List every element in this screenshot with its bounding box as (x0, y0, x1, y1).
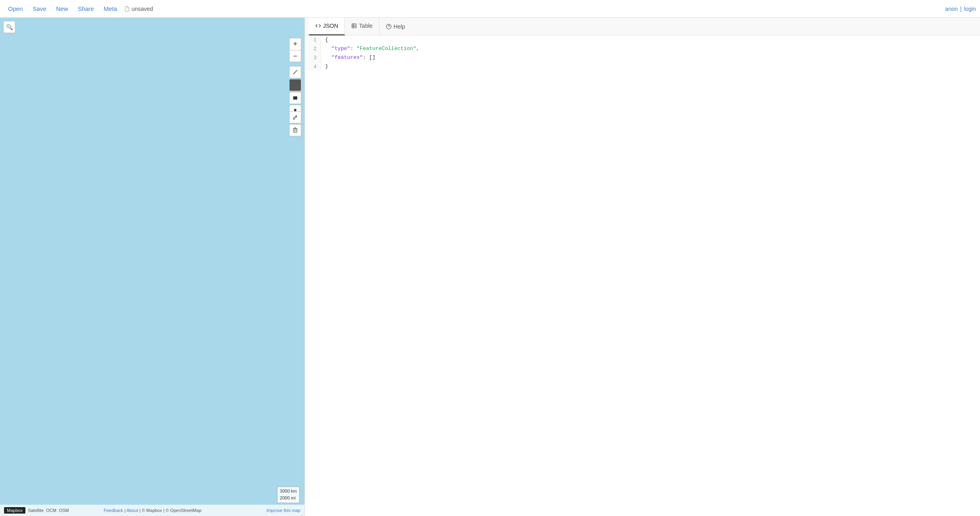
draw-tools (289, 66, 301, 117)
draw-rect-icon (292, 95, 298, 101)
right-panel: JSON Table Help (304, 18, 980, 516)
file-icon (124, 6, 130, 12)
delete-button[interactable] (289, 124, 301, 136)
draw-rect-button[interactable] (289, 92, 301, 104)
draw-line-button[interactable] (289, 66, 301, 78)
tab-help[interactable]: Help (379, 18, 412, 35)
zoom-out-button[interactable]: − (289, 50, 301, 62)
unsaved-label: unsaved (131, 6, 153, 12)
meta-button[interactable]: Meta (100, 4, 121, 14)
zoom-in-button[interactable]: + (289, 38, 301, 50)
svg-rect-145 (352, 24, 357, 28)
draw-polygon-button[interactable] (289, 79, 301, 91)
save-button[interactable]: Save (29, 4, 50, 14)
copyright-text: © Mapbox | © OpenStreetMap (142, 508, 201, 513)
top-navigation: Open Save New Share Meta unsaved anon | … (0, 0, 980, 18)
zoom-controls: + − (289, 38, 301, 62)
code-editor[interactable]: 1 { 2 "type": "FeatureCollection", 3 "fe… (305, 35, 980, 516)
edit-tools (289, 111, 301, 136)
code-line-3: 3 "features": [] (305, 53, 980, 62)
svg-line-134 (293, 70, 297, 74)
user-area: anon | login (945, 6, 976, 12)
map-search-button[interactable]: 🔍 (3, 21, 15, 33)
help-icon (386, 24, 392, 29)
main-content: Canada United States Mexico Venezuela Co… (0, 18, 980, 516)
map-attribution: Mapbox Satellite OCM OSM Feedback | Abou… (0, 505, 304, 516)
svg-marker-135 (293, 83, 298, 87)
search-icon: 🔍 (6, 24, 13, 30)
code-line-1: 1 { (305, 35, 980, 44)
edit-button[interactable] (289, 111, 301, 123)
draw-line-icon (292, 69, 298, 75)
about-link[interactable]: About (127, 508, 138, 513)
scale-km: 3000 km (280, 488, 297, 495)
tab-json[interactable]: JSON (309, 18, 345, 35)
svg-rect-136 (293, 96, 297, 100)
anon-link[interactable]: anon (945, 6, 958, 12)
code-line-4: 4 } (305, 62, 980, 71)
scale-bar: 3000 km 2000 mi (277, 487, 300, 503)
osm-tab[interactable]: OSM (59, 508, 69, 513)
code-line-2: 2 "type": "FeatureCollection", (305, 44, 980, 53)
panel-tabs: JSON Table Help (305, 18, 980, 35)
satellite-tab[interactable]: Satellite (28, 508, 44, 513)
mapbox-tab[interactable]: Mapbox (4, 507, 25, 514)
login-link[interactable]: login (964, 6, 976, 12)
map-background (0, 18, 304, 516)
share-button[interactable]: Share (74, 4, 98, 14)
file-status: unsaved (124, 6, 153, 12)
improve-map-link[interactable]: Improve this map (267, 508, 300, 513)
svg-rect-140 (294, 129, 297, 133)
attribution-text: Feedback | About | © Mapbox | © OpenStre… (104, 508, 202, 513)
map-container[interactable]: Canada United States Mexico Venezuela Co… (0, 18, 304, 516)
open-button[interactable]: Open (4, 4, 27, 14)
draw-polygon-icon (292, 82, 298, 88)
delete-icon (292, 127, 298, 133)
ocm-tab[interactable]: OCM (46, 508, 56, 513)
table-icon (351, 23, 357, 29)
new-button[interactable]: New (52, 4, 72, 14)
json-icon (315, 23, 321, 29)
edit-icon (292, 114, 298, 120)
feedback-link[interactable]: Feedback (104, 508, 123, 513)
tab-table[interactable]: Table (345, 18, 379, 35)
scale-mi: 2000 mi (280, 495, 297, 502)
